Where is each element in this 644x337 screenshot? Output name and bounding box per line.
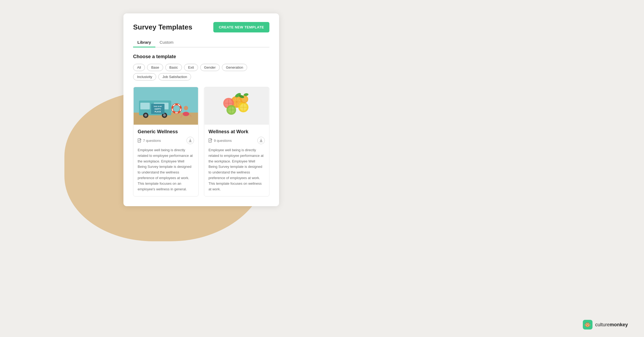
templates-grid: THIS IS MY HAPPY PLACE Generic Wellness xyxy=(133,87,269,197)
svg-text:THIS IS MY: THIS IS MY xyxy=(153,106,162,107)
download-button-generic-wellness[interactable] xyxy=(186,137,194,144)
filter-job-satisfaction[interactable]: Job Satisfaction xyxy=(158,73,191,80)
template-card-wellness-at-work[interactable]: Wellness at Work 9 questions xyxy=(204,87,269,197)
branding: 🐵 culturemonkey xyxy=(583,320,628,329)
template-desc-generic-wellness: Employee well being is directly related … xyxy=(138,147,194,192)
filter-exit[interactable]: Exit xyxy=(184,64,198,71)
questions-count-generic: 7 questions xyxy=(138,138,161,143)
filter-base[interactable]: Base xyxy=(147,64,163,71)
svg-text:PLACE: PLACE xyxy=(155,111,161,113)
filter-all[interactable]: All xyxy=(133,64,145,71)
filter-chips-container: All Base Basic Exit Gender Generation In… xyxy=(133,64,269,80)
template-desc-wellness-at-work: Employee well being is directly related … xyxy=(208,147,265,192)
template-meta-generic-wellness: 7 questions xyxy=(138,137,194,144)
section-title: Choose a template xyxy=(133,54,269,60)
citrus-scene-svg xyxy=(204,87,269,125)
questions-count-work: 9 questions xyxy=(208,138,232,143)
monkey-icon: 🐵 xyxy=(584,321,591,328)
svg-point-16 xyxy=(183,112,189,116)
svg-rect-3 xyxy=(140,103,150,109)
create-template-button[interactable]: CREATE NEW TEMPLATE xyxy=(213,22,269,32)
filter-inclusivity[interactable]: Inclusivity xyxy=(133,73,156,80)
template-meta-wellness-at-work: 9 questions xyxy=(208,137,265,144)
template-title-generic-wellness: Generic Wellness xyxy=(138,129,194,135)
tab-custom[interactable]: Custom xyxy=(155,38,178,47)
card-header: Survey Templates CREATE NEW TEMPLATE xyxy=(133,22,269,32)
tab-library[interactable]: Library xyxy=(133,38,155,47)
template-title-wellness-at-work: Wellness at Work xyxy=(208,129,265,135)
download-icon xyxy=(259,139,263,142)
beach-scene-svg: THIS IS MY HAPPY PLACE xyxy=(134,87,198,125)
tabs-container: Library Custom xyxy=(133,38,269,47)
template-body-generic-wellness: Generic Wellness 7 questions xyxy=(133,125,198,196)
document-icon xyxy=(208,138,212,143)
template-body-wellness-at-work: Wellness at Work 9 questions xyxy=(204,125,269,196)
template-card-generic-wellness[interactable]: THIS IS MY HAPPY PLACE Generic Wellness xyxy=(133,87,199,197)
document-icon xyxy=(138,138,141,143)
monkey-logo: 🐵 xyxy=(583,320,592,329)
download-button-wellness-at-work[interactable] xyxy=(257,137,265,144)
survey-templates-card: Survey Templates CREATE NEW TEMPLATE Lib… xyxy=(123,13,279,206)
filter-basic[interactable]: Basic xyxy=(165,64,182,71)
svg-point-6 xyxy=(144,114,147,117)
svg-text:HAPPY: HAPPY xyxy=(155,108,161,110)
page-title: Survey Templates xyxy=(133,23,192,31)
svg-point-8 xyxy=(163,114,166,117)
svg-point-15 xyxy=(184,106,188,110)
brand-name: culturemonkey xyxy=(595,322,628,328)
download-icon xyxy=(189,139,192,142)
template-image-wellness-at-work xyxy=(204,87,269,125)
filter-generation[interactable]: Generation xyxy=(222,64,247,71)
template-image-generic-wellness: THIS IS MY HAPPY PLACE xyxy=(133,87,198,125)
filter-gender[interactable]: Gender xyxy=(200,64,220,71)
